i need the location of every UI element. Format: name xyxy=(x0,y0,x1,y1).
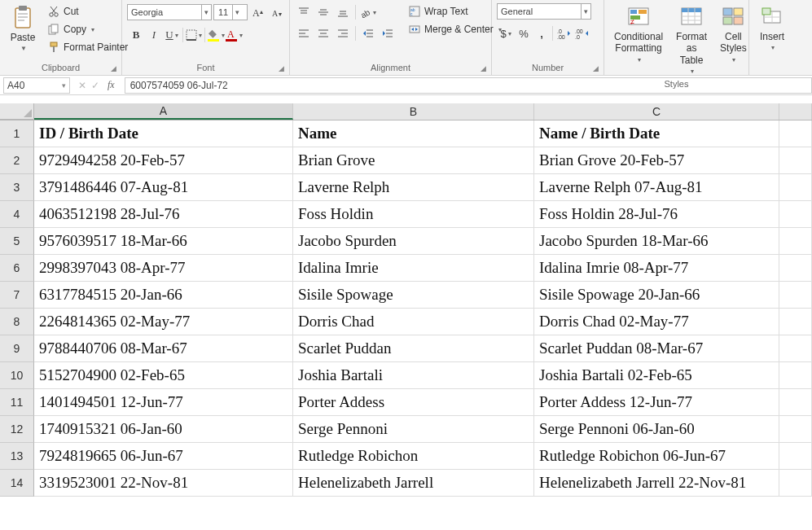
cell[interactable]: Rutledge Robichon xyxy=(293,443,534,470)
cell[interactable]: 3319523001 22-Nov-81 xyxy=(34,470,293,497)
cell[interactable] xyxy=(779,362,812,389)
dialog-launcher-icon[interactable]: ◢ xyxy=(593,64,599,72)
align-middle-button[interactable] xyxy=(314,3,332,21)
row-header[interactable]: 5 xyxy=(0,228,34,255)
enter-formula-icon[interactable]: ✓ xyxy=(91,80,99,91)
dialog-launcher-icon[interactable]: ◢ xyxy=(481,64,486,72)
format-as-table-button[interactable]: Format as Table▾ xyxy=(671,2,712,77)
cell[interactable] xyxy=(779,282,812,309)
cell[interactable]: Jacobo Spurden xyxy=(293,228,534,255)
fill-color-button[interactable]: ▾ xyxy=(207,26,225,44)
cell[interactable]: Brian Grove 20-Feb-57 xyxy=(534,147,779,174)
align-left-button[interactable] xyxy=(295,24,313,42)
cell[interactable]: Idalina Imrie xyxy=(293,255,534,282)
dialog-launcher-icon[interactable]: ◢ xyxy=(111,64,116,72)
cell[interactable]: Brian Grove xyxy=(293,147,534,174)
cell[interactable] xyxy=(779,201,812,228)
align-center-button[interactable] xyxy=(314,24,332,42)
insert-button[interactable]: Insert▾ xyxy=(754,2,790,54)
cell[interactable]: 2998397043 08-Apr-77 xyxy=(34,255,293,282)
column-header-A[interactable]: A xyxy=(34,103,293,120)
row-header[interactable]: 3 xyxy=(0,174,34,201)
number-format-select[interactable]: General ▾ xyxy=(497,3,591,20)
underline-button[interactable]: U▾ xyxy=(163,26,181,44)
cell[interactable]: Sisile Spowage 20-Jan-66 xyxy=(534,282,779,309)
cell[interactable]: Name xyxy=(293,120,534,147)
cell[interactable]: Laverne Relph 07-Aug-81 xyxy=(534,174,779,201)
cell[interactable] xyxy=(779,174,812,201)
cell[interactable]: Name / Birth Date xyxy=(534,120,779,147)
cell[interactable]: ID / Birth Date xyxy=(34,120,293,147)
decrease-font-button[interactable]: A▾ xyxy=(269,3,287,21)
cell[interactable]: Foss Holdin 28-Jul-76 xyxy=(534,201,779,228)
cell[interactable]: 3791486446 07-Aug-81 xyxy=(34,174,293,201)
name-box[interactable]: A40 ▾ xyxy=(3,77,70,94)
cell[interactable]: Foss Holdin xyxy=(293,201,534,228)
accounting-format-button[interactable]: $▾ xyxy=(497,24,515,42)
cell[interactable] xyxy=(779,389,812,416)
cell[interactable] xyxy=(779,416,812,443)
cell[interactable]: 5152704900 02-Feb-65 xyxy=(34,362,293,389)
cell[interactable]: Joshia Bartali xyxy=(293,362,534,389)
column-header-D[interactable] xyxy=(779,103,812,120)
bold-button[interactable]: B xyxy=(127,26,145,44)
cell[interactable]: Rutledge Robichon 06-Jun-67 xyxy=(534,443,779,470)
decrease-decimal-button[interactable]: .00.0 xyxy=(573,24,590,42)
row-header[interactable]: 7 xyxy=(0,282,34,309)
row-header[interactable]: 1 xyxy=(0,120,34,147)
cell-styles-button[interactable]: Cell Styles▾ xyxy=(715,2,752,65)
cell[interactable]: 7924819665 06-Jun-67 xyxy=(34,443,293,470)
decrease-indent-button[interactable] xyxy=(359,24,377,42)
wrap-text-button[interactable]: abc Wrap Text xyxy=(405,3,505,20)
cell[interactable] xyxy=(779,255,812,282)
cell[interactable]: 9788440706 08-Mar-67 xyxy=(34,335,293,362)
dialog-launcher-icon[interactable]: ◢ xyxy=(279,64,284,72)
conditional-formatting-button[interactable]: ≠ Conditional Formatting▾ xyxy=(609,2,668,65)
orientation-button[interactable]: ab▾ xyxy=(359,3,377,21)
border-button[interactable]: ▾ xyxy=(185,26,203,44)
cell[interactable]: Dorris Chad 02-May-77 xyxy=(534,309,779,335)
cell[interactable]: 4063512198 28-Jul-76 xyxy=(34,201,293,228)
increase-font-button[interactable]: A▴ xyxy=(249,3,267,21)
cell[interactable]: Dorris Chad xyxy=(293,309,534,335)
select-all-corner[interactable] xyxy=(0,103,34,120)
cell[interactable] xyxy=(779,470,812,497)
cut-button[interactable]: Cut xyxy=(44,3,131,20)
paste-button[interactable]: Paste ▼ xyxy=(5,2,41,55)
cell[interactable]: 9576039517 18-Mar-66 xyxy=(34,228,293,255)
cell[interactable]: Scarlet Puddan xyxy=(293,335,534,362)
row-header[interactable]: 14 xyxy=(0,470,34,497)
cell[interactable]: Helenelizabeth Jarrell xyxy=(293,470,534,497)
cell[interactable]: Porter Addess 12-Jun-77 xyxy=(534,389,779,416)
row-header[interactable]: 11 xyxy=(0,389,34,416)
italic-button[interactable]: I xyxy=(145,26,163,44)
cell[interactable] xyxy=(779,228,812,255)
copy-button[interactable]: Copy ▾ xyxy=(44,21,131,37)
cell[interactable]: 9729494258 20-Feb-57 xyxy=(34,147,293,174)
cell[interactable]: Idalina Imrie 08-Apr-77 xyxy=(534,255,779,282)
row-header[interactable]: 2 xyxy=(0,147,34,174)
increase-decimal-button[interactable]: .0.00 xyxy=(555,24,573,42)
cell[interactable]: Joshia Bartali 02-Feb-65 xyxy=(534,362,779,389)
cell[interactable]: Porter Addess xyxy=(293,389,534,416)
cell[interactable]: 2264814365 02-May-77 xyxy=(34,309,293,335)
cell[interactable] xyxy=(779,335,812,362)
column-header-C[interactable]: C xyxy=(534,103,779,120)
cell[interactable]: 1740915321 06-Jan-60 xyxy=(34,416,293,443)
row-header[interactable]: 13 xyxy=(0,443,34,470)
cell[interactable] xyxy=(779,443,812,470)
cell[interactable] xyxy=(779,120,812,147)
font-color-button[interactable]: A▾ xyxy=(225,26,243,44)
merge-center-button[interactable]: Merge & Center ▾ xyxy=(405,21,505,37)
font-size-select[interactable]: 11 ▾ xyxy=(213,4,248,20)
row-header[interactable]: 6 xyxy=(0,255,34,282)
format-painter-button[interactable]: Format Painter xyxy=(44,39,131,55)
cell[interactable]: 1401494501 12-Jun-77 xyxy=(34,389,293,416)
cell[interactable] xyxy=(779,309,812,335)
row-header[interactable]: 10 xyxy=(0,362,34,389)
cell[interactable]: Serge Pennoni 06-Jan-60 xyxy=(534,416,779,443)
column-header-B[interactable]: B xyxy=(293,103,534,120)
row-header[interactable]: 9 xyxy=(0,335,34,362)
cancel-formula-icon[interactable]: ✕ xyxy=(78,80,86,91)
percent-format-button[interactable]: % xyxy=(515,24,533,42)
